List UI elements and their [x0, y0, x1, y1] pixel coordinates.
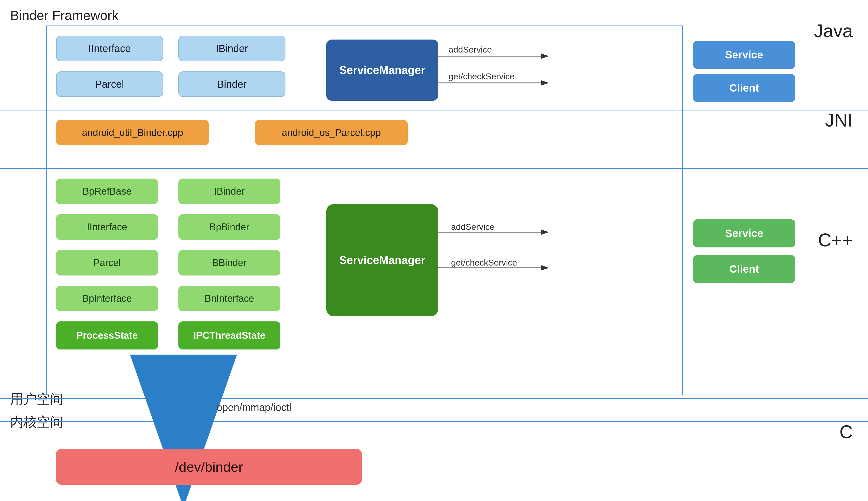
cpp-bninterface-label: BnInterface	[205, 293, 254, 304]
java-get-check-service-arrow	[438, 76, 591, 92]
cpp-get-check-service-arrow	[438, 262, 591, 277]
cpp-processstate-box: ProcessState	[56, 321, 158, 350]
page-title: Binder Framework	[10, 8, 119, 23]
java-iinterface-label: IInterface	[88, 43, 131, 54]
divider-cpp-kernel	[0, 398, 868, 399]
divider-userspace-kernel	[0, 421, 868, 422]
cpp-service-manager-label: ServiceManager	[339, 254, 425, 267]
java-ibinder-box: IBinder	[178, 36, 285, 61]
java-parcel-box: Parcel	[56, 72, 163, 97]
open-mmap-ioctl-label: open/mmap/ioctl	[217, 402, 291, 413]
cpp-service-manager-box: ServiceManager	[326, 204, 438, 316]
java-binder-label: Binder	[217, 78, 247, 90]
cpp-processstate-label: ProcessState	[76, 330, 138, 341]
dev-binder-box: /dev/binder	[56, 449, 362, 485]
cpp-ibinder-label: IBinder	[214, 186, 245, 197]
java-service-label: Service	[725, 49, 763, 61]
dev-binder-label: /dev/binder	[175, 459, 243, 475]
cpp-client-box: Client	[693, 255, 795, 283]
jni-os-parcel-box: android_os_Parcel.cpp	[255, 120, 408, 146]
cpp-service-label: Service	[725, 227, 763, 239]
cpp-client-label: Client	[729, 263, 759, 275]
java-add-service-arrow	[438, 50, 591, 65]
cpp-service-box: Service	[693, 220, 795, 247]
cpp-bbinder-label: BBinder	[212, 257, 246, 268]
cpp-ipcthreadstate-box: IPCThreadState	[178, 321, 280, 350]
java-client-label: Client	[729, 82, 759, 94]
cpp-add-service-arrow	[438, 226, 591, 241]
down-arrow-open-mmap	[158, 398, 209, 444]
java-binder-box: Binder	[178, 72, 285, 97]
cpp-bpbinder-label: BpBinder	[209, 222, 249, 233]
cpp-iinterface-box: IInterface	[56, 214, 158, 240]
cpp-bbinder-box: BBinder	[178, 250, 280, 276]
jni-label: JNI	[825, 110, 853, 131]
cpp-ibinder-box: IBinder	[178, 179, 280, 204]
java-iinterface-box: IInterface	[56, 36, 163, 61]
cpp-iinterface-label: IInterface	[87, 222, 127, 233]
cpp-ipcthreadstate-label: IPCThreadState	[194, 330, 265, 341]
cpp-bprefbase-label: BpRefBase	[83, 186, 132, 197]
java-service-manager-box: ServiceManager	[326, 40, 438, 101]
kernelspace-label: 内核空间	[10, 413, 63, 431]
cpp-bpinterface-label: BpInterface	[82, 293, 132, 304]
java-ibinder-label: IBinder	[216, 43, 248, 54]
jni-os-parcel-label: android_os_Parcel.cpp	[282, 127, 381, 138]
cpp-bninterface-box: BnInterface	[178, 286, 280, 311]
cpp-label: C++	[818, 230, 853, 250]
cpp-parcel-box: Parcel	[56, 250, 158, 276]
java-client-box: Client	[693, 74, 795, 102]
cpp-bprefbase-box: BpRefBase	[56, 179, 158, 204]
java-service-manager-label: ServiceManager	[339, 64, 425, 76]
cpp-bpinterface-box: BpInterface	[56, 286, 158, 311]
c-label: C	[839, 422, 853, 442]
cpp-bpbinder-box: BpBinder	[178, 214, 280, 240]
java-parcel-label: Parcel	[95, 78, 124, 90]
java-label: Java	[814, 20, 853, 41]
jni-util-binder-label: android_util_Binder.cpp	[82, 127, 183, 138]
jni-util-binder-box: android_util_Binder.cpp	[56, 120, 209, 146]
cpp-parcel-label: Parcel	[93, 257, 121, 268]
java-service-box: Service	[693, 41, 795, 69]
